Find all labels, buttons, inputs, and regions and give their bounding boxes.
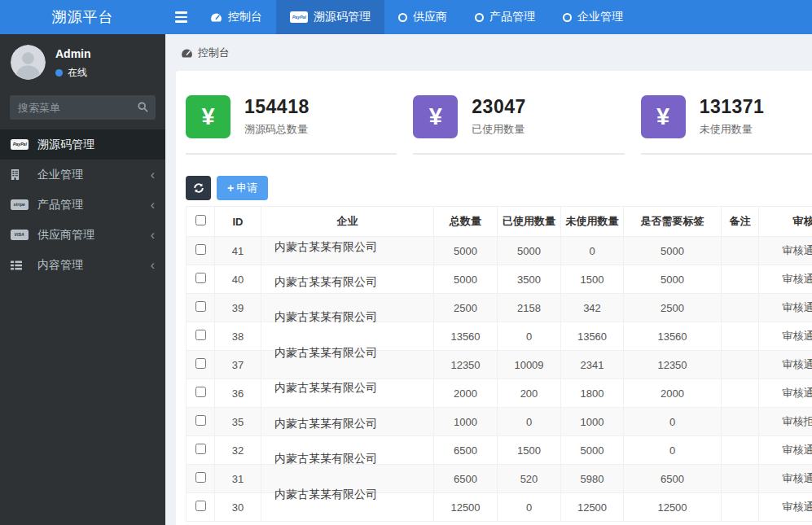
yen-icon: ¥ bbox=[413, 95, 458, 138]
row-total: 2000 bbox=[434, 379, 498, 408]
row-total: 6500 bbox=[434, 436, 498, 465]
row-checkbox[interactable] bbox=[195, 387, 206, 397]
row-used: 5000 bbox=[498, 237, 561, 265]
row-audit-status: 审核通过 bbox=[759, 322, 812, 351]
column-header-total: 总数量 bbox=[434, 207, 498, 237]
sidebar-item-enterprises[interactable]: 企业管理 ‹ bbox=[0, 160, 165, 190]
breadcrumb-label: 控制台 bbox=[198, 46, 230, 60]
column-header-audit: 审核 bbox=[759, 207, 812, 237]
user-status: 在线 bbox=[55, 66, 91, 80]
row-audit-status: 审核通过 bbox=[759, 436, 812, 465]
nav-item-products[interactable]: 产品管理 bbox=[461, 0, 549, 34]
row-used: 3500 bbox=[498, 265, 561, 294]
chevron-left-icon: ‹ bbox=[151, 199, 155, 212]
apply-button[interactable]: +申请 bbox=[217, 176, 268, 200]
row-checkbox[interactable] bbox=[195, 273, 206, 283]
row-need-label: 2000 bbox=[624, 379, 722, 408]
sidebar-menu: PayPal 溯源码管理 企业管理 ‹ stripe 产品管理 ‹ VISA 供… bbox=[0, 129, 165, 280]
row-audit-status: 审核通过 bbox=[759, 294, 812, 322]
sidebar-item-label: 供应商管理 bbox=[37, 228, 94, 243]
row-used: 520 bbox=[498, 465, 561, 493]
row-checkbox[interactable] bbox=[195, 444, 206, 454]
row-checkbox[interactable] bbox=[195, 330, 206, 340]
search-icon[interactable] bbox=[138, 102, 148, 115]
row-select-cell bbox=[187, 294, 215, 322]
search-input[interactable] bbox=[10, 95, 156, 120]
row-select-cell bbox=[187, 237, 215, 265]
company-name: 内蒙古某某有限公司 bbox=[274, 310, 377, 325]
row-used: 2158 bbox=[498, 294, 561, 322]
user-status-label: 在线 bbox=[68, 66, 87, 80]
sidebar-item-suppliers[interactable]: VISA 供应商管理 ‹ bbox=[0, 220, 165, 250]
table-row: 32 内蒙古某某有限公司 6500 1500 5000 0 审核通过 bbox=[187, 436, 812, 465]
row-checkbox[interactable] bbox=[195, 358, 206, 369]
nav-item-console[interactable]: 控制台 bbox=[196, 0, 276, 34]
company-name: 内蒙古某某有限公司 bbox=[274, 381, 377, 396]
codes-table: ID 企业 总数量 已使用数量 未使用数量 是否需要标签 备注 审核 41 内蒙… bbox=[186, 206, 812, 522]
row-unused: 5980 bbox=[561, 465, 624, 493]
stat-unused-codes: ¥ 131371 未使用数量 bbox=[641, 95, 812, 155]
user-info: Admin 在线 bbox=[55, 45, 91, 80]
circle-icon bbox=[475, 13, 484, 22]
row-checkbox[interactable] bbox=[195, 472, 206, 483]
column-header-company: 企业 bbox=[261, 207, 434, 237]
sidebar-toggle-button[interactable] bbox=[165, 0, 196, 34]
row-total: 13560 bbox=[434, 322, 498, 351]
row-need-label: 5000 bbox=[624, 237, 722, 265]
stat-value: 131371 bbox=[700, 96, 765, 118]
row-checkbox[interactable] bbox=[195, 501, 206, 511]
sidebar-item-trace-codes[interactable]: PayPal 溯源码管理 bbox=[0, 129, 165, 160]
column-header-need-label: 是否需要标签 bbox=[624, 207, 722, 237]
nav-item-label: 溯源码管理 bbox=[314, 10, 371, 24]
row-audit-status: 审核通过 bbox=[759, 465, 812, 493]
table-row: 40 内蒙古某某有限公司 5000 3500 1500 5000 审核通过 bbox=[187, 265, 812, 294]
row-unused: 342 bbox=[561, 294, 624, 322]
circle-icon bbox=[563, 13, 572, 22]
row-used: 0 bbox=[498, 408, 561, 436]
row-checkbox[interactable] bbox=[195, 301, 206, 312]
select-all-checkbox[interactable] bbox=[195, 215, 206, 225]
row-remark bbox=[722, 265, 759, 294]
hamburger-icon bbox=[175, 11, 187, 13]
row-used: 200 bbox=[498, 379, 561, 408]
refresh-button[interactable] bbox=[186, 176, 211, 200]
avatar bbox=[11, 45, 46, 80]
stat-value: 154418 bbox=[244, 96, 309, 118]
row-remark bbox=[722, 436, 759, 465]
cc-stripe-icon: stripe bbox=[11, 199, 29, 211]
row-select-cell bbox=[187, 322, 215, 351]
nav-item-trace-codes[interactable]: PayPal 溯源码管理 bbox=[276, 0, 384, 34]
row-need-label: 2500 bbox=[624, 294, 722, 322]
table-row: 30 内蒙古某某有限公司 12500 0 12500 12500 审核通过 bbox=[187, 493, 812, 522]
stat-label: 已使用数量 bbox=[472, 122, 525, 137]
plus-icon: + bbox=[227, 182, 234, 195]
yen-icon: ¥ bbox=[641, 95, 686, 138]
nav-item-enterprises[interactable]: 企业管理 bbox=[549, 0, 637, 34]
column-header-used: 已使用数量 bbox=[498, 207, 561, 237]
row-unused: 1000 bbox=[561, 408, 624, 436]
chevron-left-icon: ‹ bbox=[151, 229, 155, 242]
row-unused: 1500 bbox=[561, 265, 624, 294]
sidebar-item-label: 溯源码管理 bbox=[37, 138, 94, 152]
row-total: 6500 bbox=[434, 465, 498, 493]
row-id: 40 bbox=[215, 265, 261, 294]
sidebar-item-content[interactable]: 内容管理 ‹ bbox=[0, 250, 165, 280]
brand-title[interactable]: 溯源平台 bbox=[0, 0, 165, 34]
row-company: 内蒙古某某有限公司 bbox=[261, 237, 434, 265]
main-panel: ¥ 154418 溯源码总数量 ¥ 23047 已使用数量 ¥ 131371 未… bbox=[176, 71, 812, 525]
row-total: 1000 bbox=[434, 408, 498, 436]
cc-visa-icon: VISA bbox=[11, 230, 29, 241]
row-remark bbox=[722, 379, 759, 408]
sidebar-item-products[interactable]: stripe 产品管理 ‹ bbox=[0, 190, 165, 220]
top-navbar: 溯源平台 控制台 PayPal 溯源码管理 供应商 产品管理 企业管理 bbox=[0, 0, 812, 34]
row-id: 30 bbox=[215, 493, 261, 522]
cc-paypal-icon: PayPal bbox=[290, 11, 308, 23]
row-audit-status: 审核通过 bbox=[759, 237, 812, 265]
company-name: 内蒙古某某有限公司 bbox=[274, 275, 377, 290]
row-checkbox[interactable] bbox=[195, 244, 206, 255]
row-checkbox[interactable] bbox=[195, 415, 206, 426]
nav-item-suppliers[interactable]: 供应商 bbox=[384, 0, 461, 34]
row-total: 5000 bbox=[434, 265, 498, 294]
top-nav: 控制台 PayPal 溯源码管理 供应商 产品管理 企业管理 bbox=[196, 0, 637, 34]
sidebar-item-label: 企业管理 bbox=[37, 168, 83, 182]
